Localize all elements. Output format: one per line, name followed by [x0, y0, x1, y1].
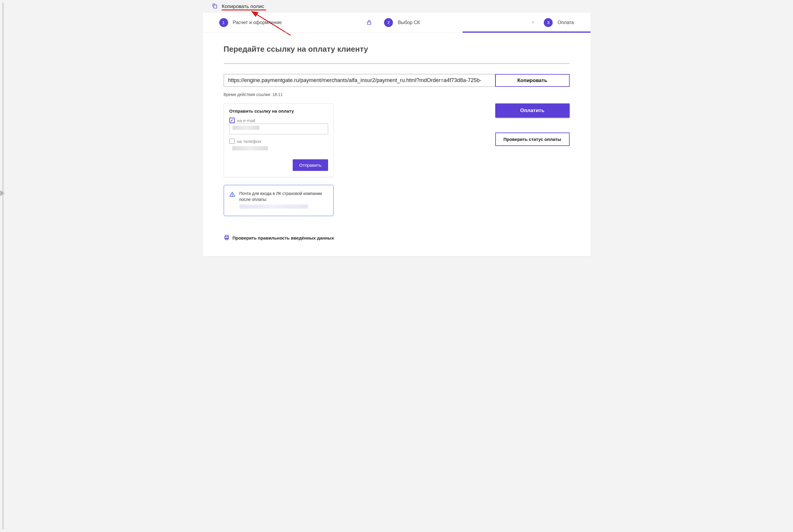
- copy-policy-link[interactable]: Копировать полис: [222, 4, 264, 10]
- copy-url-button[interactable]: Копировать: [495, 74, 570, 87]
- email-input[interactable]: [229, 124, 328, 134]
- email-checkbox-label: на e-mail: [237, 118, 256, 123]
- svg-rect-2: [368, 22, 371, 24]
- payment-url-field[interactable]: https://engine.paymentgate.ru/payment/me…: [224, 74, 495, 87]
- step-2[interactable]: 2 Выбор СК: [384, 18, 531, 27]
- copy-icon[interactable]: [212, 3, 218, 10]
- redacted-login-email: [239, 205, 308, 209]
- left-rail: [2, 2, 4, 261]
- page-title: Передайте ссылку на оплату клиенту: [224, 44, 570, 54]
- step-2-label: Выбор СК: [398, 20, 420, 25]
- send-button[interactable]: Отправить: [293, 159, 328, 171]
- pay-button[interactable]: Оплатить: [495, 103, 570, 118]
- stepper: 1 Расчет и оформление 2 Выбор СК 3 Оплат…: [203, 13, 590, 33]
- phone-checkbox[interactable]: [229, 138, 235, 144]
- warning-icon: [229, 191, 235, 198]
- print-icon: [224, 234, 229, 241]
- check-status-button[interactable]: Проверить статус оплаты: [495, 133, 570, 146]
- annotation-underline: [222, 10, 266, 11]
- svg-point-4: [232, 195, 232, 196]
- divider: [224, 63, 570, 64]
- svg-rect-0: [214, 5, 217, 8]
- step-1-label: Расчет и оформление: [233, 20, 282, 25]
- link-timer: Время действия ссылки: 18:11: [224, 92, 570, 97]
- redacted-phone: [232, 146, 268, 150]
- verify-data-link[interactable]: Проверить правильность введённых данных: [224, 234, 570, 241]
- step-3-label: Оплата: [557, 20, 574, 25]
- phone-checkbox-label: на телефон: [237, 139, 261, 144]
- step-2-circle: 2: [384, 18, 393, 27]
- topbar: Копировать полис: [198, 0, 595, 13]
- info-text: Почта для входа в ЛК страховой компании …: [239, 191, 322, 202]
- info-box: Почта для входа в ЛК страховой компании …: [224, 185, 334, 216]
- step-1-circle: 1: [219, 18, 228, 27]
- timer-prefix: Время действия ссылки:: [224, 92, 273, 97]
- timer-value: 18:11: [272, 92, 282, 97]
- step-3-circle: 3: [544, 18, 553, 27]
- main-card: 1 Расчет и оформление 2 Выбор СК 3 Оплат…: [203, 13, 590, 256]
- verify-data-label: Проверить правильность введённых данных: [233, 235, 334, 241]
- lock-icon: [366, 19, 372, 26]
- collapse-handle[interactable]: [0, 190, 4, 196]
- email-checkbox[interactable]: [229, 118, 235, 123]
- redacted-email: [233, 126, 259, 130]
- step-1[interactable]: 1 Расчет и оформление: [219, 18, 367, 27]
- step-3[interactable]: 3 Оплата: [531, 18, 574, 27]
- send-link-panel: Отправить ссылку на оплату на e-mail на …: [224, 103, 334, 177]
- send-panel-title: Отправить ссылку на оплату: [229, 109, 328, 114]
- phone-input[interactable]: [229, 145, 328, 155]
- chevron-left-icon[interactable]: [531, 20, 535, 25]
